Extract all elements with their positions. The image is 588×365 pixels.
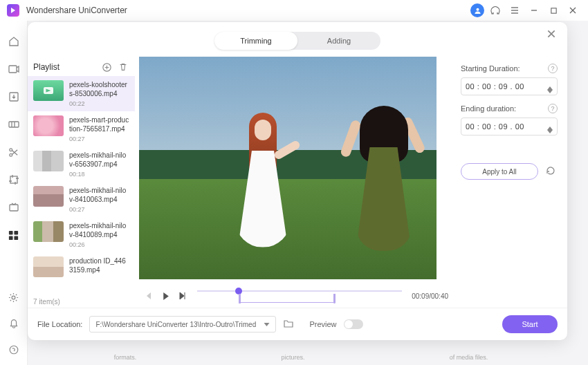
end-duration-input[interactable]: 00 : 00 : 09 . 00 xyxy=(461,118,558,135)
scissors-icon[interactable] xyxy=(7,145,21,159)
playlist-item[interactable]: pexels-mart-production-7565817.mp400:27 xyxy=(28,111,135,147)
playlist-panel: Playlist pexels-koolshooters-8530006.mp4… xyxy=(28,57,135,308)
svg-rect-8 xyxy=(9,66,17,73)
playlist-item[interactable]: pexels-mikhail-nilov-6563907.mp400:18 xyxy=(28,147,135,182)
file-duration: 00:27 xyxy=(69,135,129,142)
svg-point-20 xyxy=(10,346,18,354)
playlist-item[interactable]: pexels-koolshooters-8530006.mp400:22 xyxy=(28,76,135,111)
sidebar xyxy=(0,21,28,365)
svg-rect-10 xyxy=(9,122,19,127)
file-name: pexels-mart-production-7565817.mp4 xyxy=(69,115,129,133)
svg-point-12 xyxy=(10,153,12,156)
help-icon[interactable] xyxy=(487,2,504,19)
trash-icon[interactable] xyxy=(117,61,129,73)
minimize-button[interactable] xyxy=(526,2,542,19)
start-duration-label: Starting Duration: xyxy=(461,64,520,73)
thumbnail xyxy=(33,151,64,171)
download-icon[interactable] xyxy=(7,90,21,104)
file-name: pexels-koolshooters-8530006.mp4 xyxy=(69,80,129,98)
thumbnail xyxy=(33,115,64,136)
crop-icon[interactable] xyxy=(7,173,21,187)
info-icon[interactable] xyxy=(7,343,21,357)
help-icon[interactable]: ? xyxy=(548,64,558,73)
playlist-item[interactable]: pexels-mikhail-nilov-8410063.mp400:27 xyxy=(28,182,135,217)
playlist-count: 7 item(s) xyxy=(28,296,135,308)
file-duration: 00:22 xyxy=(69,100,129,107)
file-location-label: File Location: xyxy=(37,320,82,328)
maximize-button[interactable] xyxy=(545,2,562,19)
playlist-title: Playlist xyxy=(33,62,59,72)
playlist-item[interactable]: production ID_4463159.mp4 xyxy=(28,252,135,281)
file-duration: 00:18 xyxy=(69,171,129,178)
file-name: pexels-mikhail-nilov-6563907.mp4 xyxy=(69,151,129,169)
svg-rect-16 xyxy=(14,230,18,234)
account-avatar[interactable] xyxy=(470,3,484,17)
toolbox-icon[interactable] xyxy=(7,228,21,242)
start-duration-input[interactable]: 00 : 00 : 09 . 00 xyxy=(461,77,558,95)
trim-modal: Trimming Adding Playlist pexels-koolshoo… xyxy=(28,22,567,340)
svg-rect-18 xyxy=(14,236,18,240)
bell-icon[interactable] xyxy=(7,317,21,330)
timeline-track[interactable] xyxy=(197,286,402,306)
title-bar: Wondershare UniConverter xyxy=(0,0,588,21)
video-icon[interactable] xyxy=(7,62,21,76)
apply-all-button[interactable]: Apply to All xyxy=(461,163,538,180)
close-icon[interactable] xyxy=(546,29,559,41)
home-icon[interactable] xyxy=(7,35,21,48)
tab-trimming[interactable]: Trimming xyxy=(214,32,297,50)
settings-icon[interactable] xyxy=(7,290,21,304)
restore-icon[interactable] xyxy=(545,165,558,178)
svg-rect-14 xyxy=(10,205,18,211)
preview-label: Preview xyxy=(309,320,336,328)
background-text: formats.pictures.of media files. xyxy=(42,354,560,361)
svg-rect-5 xyxy=(551,8,555,12)
file-name: pexels-mikhail-nilov-8410089.mp4 xyxy=(69,221,129,239)
mode-tabs: Trimming Adding xyxy=(28,22,567,57)
svg-rect-15 xyxy=(9,230,13,234)
preview-toggle[interactable] xyxy=(344,319,363,329)
start-button[interactable]: Start xyxy=(502,315,558,333)
compress-icon[interactable] xyxy=(7,118,21,131)
time-display: 00:09/00:40 xyxy=(412,292,448,300)
file-duration: 00:26 xyxy=(69,241,129,248)
file-location-dropdown[interactable]: F:\Wondershare UniConverter 13\Intro-Out… xyxy=(89,316,276,333)
add-target-icon[interactable] xyxy=(100,61,113,73)
trim-range[interactable] xyxy=(239,296,336,303)
svg-point-19 xyxy=(12,296,15,299)
file-name: pexels-mikhail-nilov-8410063.mp4 xyxy=(69,186,129,204)
folder-icon[interactable] xyxy=(283,318,295,330)
svg-rect-13 xyxy=(10,176,17,183)
settings-panel: Starting Duration:? 00 : 00 : 09 . 00 En… xyxy=(457,57,567,308)
chevron-down-icon[interactable] xyxy=(547,127,553,130)
prev-frame-button[interactable] xyxy=(143,290,154,301)
tab-adding[interactable]: Adding xyxy=(297,32,380,50)
file-duration: 00:27 xyxy=(69,206,129,213)
play-button[interactable] xyxy=(160,290,171,301)
video-preview[interactable] xyxy=(139,57,437,279)
end-duration-label: Ending duration: xyxy=(461,104,516,113)
close-window-button[interactable] xyxy=(564,2,581,19)
modal-footer: File Location: F:\Wondershare UniConvert… xyxy=(28,308,567,340)
preview-panel: 00:09/00:40 xyxy=(135,57,457,308)
svg-rect-17 xyxy=(9,236,13,240)
playlist-item[interactable]: pexels-mikhail-nilov-8410089.mp400:26 xyxy=(28,217,135,252)
app-logo xyxy=(7,4,19,17)
hamburger-icon[interactable] xyxy=(506,2,523,19)
file-name: production ID_4463159.mp4 xyxy=(69,256,129,274)
next-frame-button[interactable] xyxy=(176,290,187,301)
tv-icon[interactable] xyxy=(7,200,21,214)
thumbnail xyxy=(33,256,64,277)
svg-point-0 xyxy=(476,8,479,10)
chevron-down-icon[interactable] xyxy=(547,86,553,90)
help-icon[interactable]: ? xyxy=(548,104,558,113)
svg-point-11 xyxy=(10,148,12,151)
thumbnail xyxy=(33,186,64,207)
thumbnail xyxy=(33,80,64,101)
app-title: Wondershare UniConverter xyxy=(26,6,127,15)
chevron-down-icon xyxy=(264,323,270,326)
thumbnail xyxy=(33,221,64,242)
